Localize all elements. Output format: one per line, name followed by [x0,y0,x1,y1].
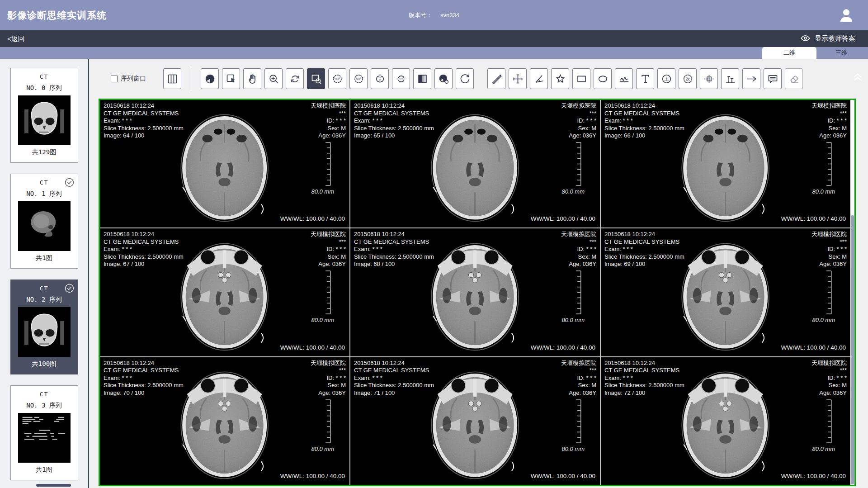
cell-sex: Sex: M [311,125,346,133]
region-zoom-icon [310,73,322,85]
series-window-checkbox[interactable] [111,76,118,82]
cell-info-top-right: 天堰模拟医院***ID: * * *Sex: MAge: 036Y [311,231,346,268]
cell-patient-id: ID: * * * [811,117,847,125]
label-primary-icon: 主 [660,73,673,85]
ct-slice-image [661,231,789,355]
text-annotation-button[interactable] [636,68,654,89]
user-avatar-icon[interactable] [837,6,855,24]
invert-icon [416,73,429,85]
primary-label-button[interactable]: 主 [657,68,675,89]
series-window-toggle[interactable]: 序列窗口 [111,75,146,83]
secondary-label-button[interactable]: 次 [679,68,697,89]
cell-sex: Sex: M [811,253,847,261]
viewport-cell-7[interactable]: 20150618 10:12:24CT GE MEDICAL SYSTEMSEx… [350,357,600,485]
viewport-cell-0[interactable]: 20150618 10:12:24CT GE MEDICAL SYSTEMSEx… [100,100,349,227]
cell-sex: Sex: M [311,253,346,261]
viewport-cell-8[interactable]: 20150618 10:12:24CT GE MEDICAL SYSTEMSEx… [601,357,850,485]
series-item-3[interactable]: CTNO. 3 序列共1图 [10,385,78,480]
cell-scale-label: 80.0 mm [812,188,835,195]
reset-button[interactable] [456,68,474,89]
cell-hospital: 天堰模拟医院 [311,102,346,110]
cell-age: Age: 036Y [561,132,596,140]
select-button[interactable] [222,68,240,89]
cell-wwwl: WW/WL: 100.00 / 40.00 [280,344,345,351]
cell-stars: *** [561,110,596,118]
cell-wwwl: WW/WL: 100.00 / 40.00 [531,344,595,351]
zoom-button[interactable] [264,68,283,89]
skull-front-thumbnail[interactable] [18,95,71,145]
tab-2d[interactable]: 二维 [762,47,816,59]
ellipse-roi-button[interactable] [594,68,612,89]
measure-angle-button[interactable] [530,68,548,89]
flip-vertical-button[interactable] [392,68,410,89]
cell-scale-label: 80.0 mm [812,317,835,323]
series-label: NO. 3 序列 [11,402,78,410]
eraser-button[interactable] [785,68,803,89]
rect-roi-button[interactable] [572,68,590,89]
sidebar-hscrollbar-thumb[interactable] [36,484,71,487]
skull-lateral-thumbnail[interactable] [18,201,71,251]
skull-front-thumbnail[interactable] [18,307,71,357]
back-button[interactable]: <返回 [7,30,25,47]
rotate-right-90-button[interactable]: 90° [349,68,368,89]
flip-horizontal-button[interactable] [371,68,389,89]
comment-button[interactable] [764,68,782,89]
layout-columns-button[interactable] [163,68,181,89]
pan-button[interactable] [243,68,261,89]
series-sidebar: CTNO. 0 序列共129图CTNO. 1 序列共1图CTNO. 2 序列共1… [0,59,88,488]
cell-wwwl: WW/WL: 100.00 / 40.00 [280,215,345,222]
cell-scale-label: 80.0 mm [311,317,334,323]
cell-wwwl: WW/WL: 100.00 / 40.00 [781,473,846,479]
ct-slice-image [661,102,789,226]
measure-line-button[interactable] [487,68,505,89]
collapse-toolbar-button[interactable] [851,70,864,83]
cell-scale-label: 80.0 mm [561,445,585,452]
center-line-button[interactable] [700,68,718,89]
freehand-roi-button[interactable] [551,68,569,89]
series-item-0[interactable]: CTNO. 0 序列共129图 [10,68,78,163]
viewport-cell-6[interactable]: 20150618 10:12:24CT GE MEDICAL SYSTEMSEx… [100,357,349,485]
viewport-cell-4[interactable]: 20150618 10:12:24CT GE MEDICAL SYSTEMSEx… [350,228,600,356]
arrow-annotation-button[interactable] [742,68,760,89]
viewport-cell-1[interactable]: 20150618 10:12:24CT GE MEDICAL SYSTEMSEx… [350,100,600,227]
cell-stars: *** [311,367,346,374]
svg-text:90°: 90° [356,77,361,81]
cell-hospital: 天堰模拟医院 [311,231,346,238]
grid-scrollbar-thumb[interactable] [851,215,854,484]
app-root: 影像诊断思维实训系统 版本号： svn334 <返回 显示教师答案 二维 三维 … [0,0,868,488]
cell-age: Age: 036Y [561,261,596,268]
cell-age: Age: 036Y [811,132,847,140]
pseudo-color-button[interactable] [434,68,453,89]
cell-scale-label: 80.0 mm [561,188,585,195]
show-teacher-answer-button[interactable]: 显示教师答案 [800,30,855,47]
grid-scrollbar[interactable] [850,100,854,485]
region-zoom-button[interactable] [307,68,325,89]
dose-report-thumbnail[interactable] [18,413,71,463]
scale-ruler-icon [575,399,582,443]
rotate-left-90-icon: 90° [331,73,344,85]
scale-ruler-icon [324,270,331,314]
cell-sex: Sex: M [561,125,596,133]
cell-info-top-right: 天堰模拟医院***ID: * * *Sex: MAge: 036Y [311,102,346,140]
tab-3d[interactable]: 三维 [816,47,866,59]
series-image-count: 共100图 [11,360,78,368]
rotate-button[interactable] [286,68,304,89]
cell-age: Age: 036Y [561,389,596,397]
series-item-1[interactable]: CTNO. 1 序列共1图 [10,174,78,269]
cell-patient-id: ID: * * * [561,374,596,382]
window-level-button[interactable] [201,68,219,89]
viewport-cell-5[interactable]: 20150618 10:12:24CT GE MEDICAL SYSTEMSEx… [601,228,850,356]
profile-curve-button[interactable] [615,68,633,89]
cobb-angle-button[interactable] [721,68,739,89]
pan-hand-icon [246,73,259,85]
cell-stars: *** [561,367,596,374]
cell-patient-id: ID: * * * [311,374,346,382]
cell-patient-id: ID: * * * [311,117,346,125]
measure-cross-button[interactable] [509,68,527,89]
check-circle-icon [64,177,75,188]
viewport-cell-3[interactable]: 20150618 10:12:24CT GE MEDICAL SYSTEMSEx… [100,228,349,356]
series-item-2[interactable]: CTNO. 2 序列共100图 [10,280,78,374]
rotate-left-90-button[interactable]: 90° [328,68,346,89]
invert-button[interactable] [413,68,431,89]
viewport-cell-2[interactable]: 20150618 10:12:24CT GE MEDICAL SYSTEMSEx… [601,100,850,227]
